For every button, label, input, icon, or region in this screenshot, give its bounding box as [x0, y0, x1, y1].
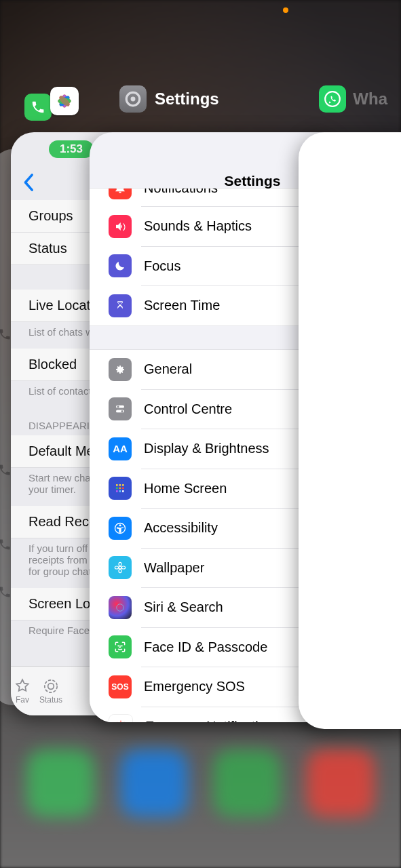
whatsapp-app-label[interactable]: Wha [319, 85, 387, 113]
dock-icon-3 [213, 749, 281, 817]
aa-icon: AA [109, 437, 132, 460]
moon-icon [109, 254, 132, 277]
svg-point-28 [119, 524, 121, 526]
flower-icon [109, 556, 132, 579]
row-wallpaper-label: Wallpaper [144, 560, 204, 576]
tab-status-label: Status [39, 695, 62, 705]
settings-app-icon [119, 85, 147, 113]
svg-point-30 [119, 562, 121, 566]
svg-rect-22 [119, 488, 121, 490]
svg-point-12 [48, 684, 54, 690]
svg-point-33 [121, 566, 125, 569]
svg-point-11 [45, 680, 57, 692]
dock-icon-4 [307, 749, 375, 817]
tab-favourites[interactable]: Fav [14, 677, 31, 705]
svg-point-31 [119, 569, 121, 572]
gear-icon [109, 358, 132, 381]
svg-rect-23 [122, 488, 124, 490]
status-bar-time-pill[interactable]: 1:53 [49, 140, 94, 158]
row-sos-label: Emergency SOS [144, 679, 245, 694]
camera-indicator-dot [283, 7, 288, 13]
svg-point-32 [115, 566, 118, 569]
svg-rect-21 [116, 488, 118, 490]
bell-icon [109, 189, 132, 199]
row-general-label: General [144, 361, 192, 377]
row-exposure-label: Exposure Notifications [145, 719, 280, 723]
photos-app-icon[interactable] [50, 87, 79, 115]
whatsapp-app-icon [319, 85, 346, 113]
siri-icon [109, 596, 132, 619]
row-control-centre-label: Control Centre [144, 401, 232, 417]
row-sounds-label: Sounds & Haptics [144, 218, 252, 234]
gear-icon [124, 90, 142, 108]
svg-point-9 [131, 97, 136, 102]
sos-icon: SOS [109, 675, 132, 698]
svg-point-17 [121, 410, 123, 412]
phone-handset-icon [31, 100, 45, 115]
row-notifications-label: Notifications [144, 189, 218, 196]
svg-point-35 [118, 646, 119, 646]
row-accessibility-label: Accessibility [144, 520, 218, 536]
speaker-icon [109, 215, 132, 238]
svg-rect-26 [122, 490, 124, 492]
svg-rect-25 [119, 490, 121, 492]
grid-icon [109, 477, 132, 500]
accessibility-icon [109, 517, 132, 540]
phone-app-icon[interactable] [24, 94, 52, 121]
row-siri-label: Siri & Search [144, 599, 223, 615]
star-outline-icon [14, 677, 31, 695]
svg-point-34 [117, 604, 124, 611]
whatsapp-app-name: Wha [353, 90, 387, 108]
exposure-icon [109, 714, 133, 722]
row-focus-label: Focus [144, 258, 180, 274]
row-display-label: Display & Brightness [144, 441, 269, 456]
settings-app-name: Settings [155, 90, 219, 108]
status-ring-icon [42, 677, 60, 695]
tab-favourites-label: Fav [16, 695, 29, 705]
row-home-screen-label: Home Screen [144, 481, 227, 496]
whatsapp-glyph-icon [324, 90, 341, 108]
svg-point-36 [121, 646, 122, 646]
svg-point-38 [120, 721, 121, 722]
faceid-icon [109, 635, 132, 658]
dock-icon-2 [120, 749, 188, 817]
row-screen-time-label: Screen Time [144, 298, 220, 313]
svg-rect-24 [116, 490, 118, 492]
dock-icon-1 [26, 749, 94, 817]
photos-flower-icon [54, 91, 75, 111]
svg-point-15 [117, 406, 119, 408]
app-card-whatsapp-foreground[interactable] [299, 132, 401, 729]
back-chevron-icon[interactable] [23, 173, 35, 197]
svg-rect-19 [119, 484, 121, 486]
row-faceid-label: Face ID & Passcode [144, 639, 267, 655]
dock-preview [0, 732, 401, 834]
switches-icon [109, 397, 132, 420]
svg-point-29 [119, 566, 121, 569]
svg-rect-20 [122, 484, 124, 486]
hourglass-icon [109, 294, 132, 317]
svg-rect-18 [116, 484, 118, 486]
settings-app-label[interactable]: Settings [119, 85, 219, 113]
app-switcher-labels: Settings Wha [0, 87, 401, 121]
svg-point-10 [325, 92, 340, 106]
tab-status[interactable]: Status [39, 677, 62, 705]
